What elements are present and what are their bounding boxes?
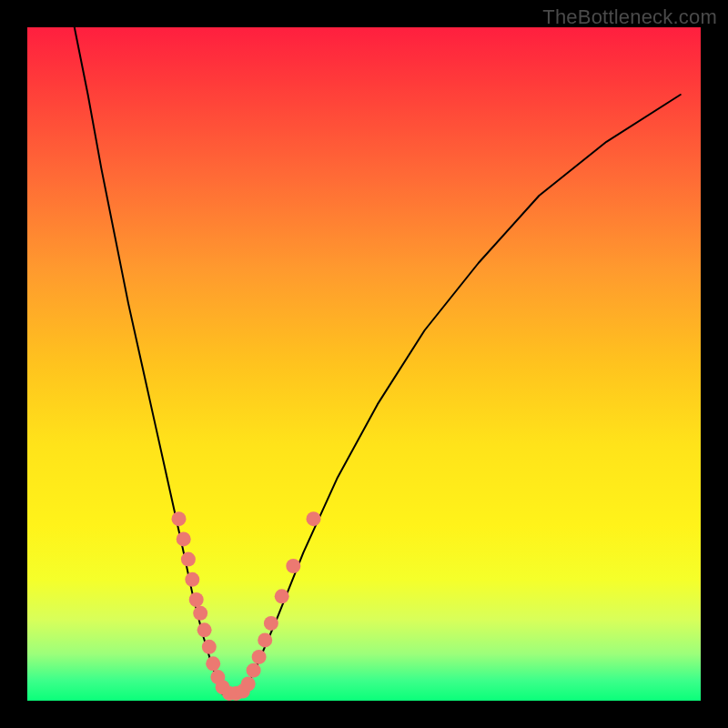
sample-dot <box>264 616 278 631</box>
sample-dot <box>177 531 191 546</box>
sample-dot <box>193 606 207 621</box>
sample-dot <box>258 632 272 647</box>
sample-dot <box>275 589 289 603</box>
sample-dot <box>206 656 220 671</box>
sample-dot <box>172 511 187 526</box>
plot-area <box>27 27 701 701</box>
sample-dot <box>202 640 217 654</box>
sample-dot <box>286 559 300 573</box>
sample-dot <box>241 677 256 692</box>
bottleneck-curves <box>75 27 681 697</box>
sample-dot <box>181 552 196 567</box>
sample-dot <box>185 572 199 587</box>
sample-dot <box>247 663 261 678</box>
sample-dot <box>189 592 204 607</box>
sample-dots <box>172 511 321 701</box>
chart-frame: TheBottleneck.com <box>0 0 728 728</box>
sample-dot <box>252 650 267 664</box>
sample-dot <box>307 511 321 526</box>
sample-dot <box>197 622 212 637</box>
curve-right-branch <box>243 95 681 694</box>
watermark-text: TheBottleneck.com <box>542 5 717 29</box>
chart-svg <box>27 27 701 701</box>
